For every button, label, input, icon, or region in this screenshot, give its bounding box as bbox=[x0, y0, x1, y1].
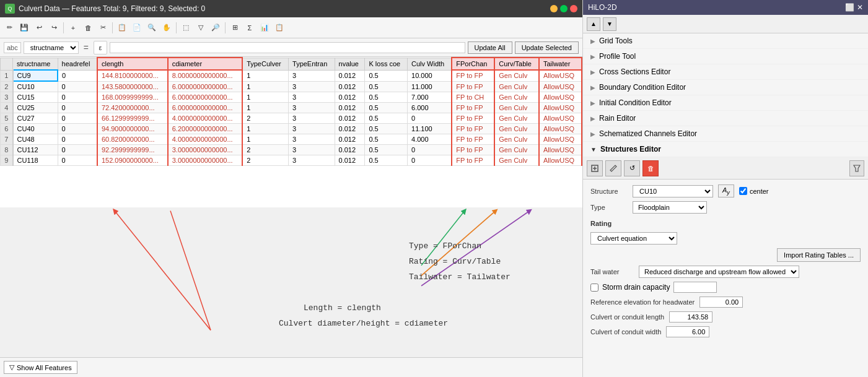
cell-structname[interactable]: CU10 bbox=[13, 81, 58, 92]
columns-icon[interactable]: ⊞ bbox=[228, 21, 242, 35]
cell-kloss[interactable]: 0.5 bbox=[365, 134, 408, 145]
col-header-typeentran[interactable]: TypeEntran bbox=[289, 58, 335, 70]
cell-curvtable[interactable]: Gen Culv bbox=[494, 124, 539, 134]
cell-typeentran[interactable]: 3 bbox=[289, 124, 335, 134]
filter-icon[interactable]: ▽ bbox=[194, 21, 208, 35]
cell-clength[interactable]: 152.0900000000... bbox=[97, 155, 168, 166]
minimize-button[interactable] bbox=[550, 5, 558, 12]
cell-culvwidth[interactable]: 7.000 bbox=[408, 92, 452, 103]
cell-headrefel[interactable]: 0 bbox=[58, 81, 97, 92]
label-style-button[interactable]: Ay bbox=[718, 184, 734, 197]
nav-item-cross-sections[interactable]: ▶ Cross Sections Editor bbox=[583, 64, 868, 80]
ref-elevation-input[interactable] bbox=[699, 297, 743, 308]
cell-culvwidth[interactable]: 0 bbox=[408, 155, 452, 166]
cell-typeentran[interactable]: 3 bbox=[289, 155, 335, 166]
cell-nvalue[interactable]: 0.012 bbox=[335, 113, 365, 124]
cell-kloss[interactable]: 0.5 bbox=[365, 103, 408, 113]
storm-drain-checkbox[interactable] bbox=[590, 284, 598, 292]
cell-nvalue[interactable]: 0.012 bbox=[335, 124, 365, 134]
cell-structname[interactable]: CU15 bbox=[13, 92, 58, 103]
cell-headrefel[interactable]: 0 bbox=[58, 92, 97, 103]
cell-structname[interactable]: CU118 bbox=[13, 155, 58, 166]
col-header-kloss[interactable]: K loss coe bbox=[365, 58, 408, 70]
cell-tailwater[interactable]: AllowUSQ bbox=[539, 92, 582, 103]
cell-headrefel[interactable]: 0 bbox=[58, 145, 97, 155]
col-header-nvalue[interactable]: nvalue bbox=[335, 58, 365, 70]
cell-fpchan[interactable]: FP to FP bbox=[452, 124, 494, 134]
cell-tailwater[interactable]: AllowUSQ bbox=[539, 103, 582, 113]
cell-headrefel[interactable]: 0 bbox=[58, 134, 97, 145]
select-icon[interactable]: ⬚ bbox=[179, 21, 193, 35]
cell-nvalue[interactable]: 0.012 bbox=[335, 145, 365, 155]
col-header-curvtable[interactable]: Curv/Table bbox=[494, 58, 539, 70]
feature-table[interactable]: structname headrefel clength cdiameter T… bbox=[0, 57, 582, 207]
cell-typeculver[interactable]: 1 bbox=[242, 103, 288, 113]
copy-icon[interactable]: 📋 bbox=[115, 21, 129, 35]
cell-clength[interactable]: 92.2999999999... bbox=[97, 145, 168, 155]
cell-nvalue[interactable]: 0.012 bbox=[335, 134, 365, 145]
search-icon[interactable]: 🔎 bbox=[209, 21, 222, 35]
revert-structure-button[interactable]: ↺ bbox=[624, 160, 640, 176]
culvert-length-input[interactable] bbox=[669, 311, 712, 323]
cell-typeculver[interactable]: 2 bbox=[242, 155, 288, 166]
cell-curvtable[interactable]: Gen Culv bbox=[494, 145, 539, 155]
nav-item-profile-tool[interactable]: ▶ Profile Tool bbox=[583, 49, 868, 64]
cell-curvtable[interactable]: Gen Culv bbox=[494, 103, 539, 113]
cell-fpchan[interactable]: FP to FP bbox=[452, 81, 494, 92]
map-select-button[interactable] bbox=[849, 160, 864, 176]
cell-structname[interactable]: CU48 bbox=[13, 134, 58, 145]
cell-curvtable[interactable]: Gen Culv bbox=[494, 134, 539, 145]
cell-kloss[interactable]: 0.5 bbox=[365, 92, 408, 103]
cell-clength[interactable]: 66.1299999999... bbox=[97, 113, 168, 124]
cell-tailwater[interactable]: AllowUSQ bbox=[539, 113, 582, 124]
table-row[interactable]: 1 CU9 0 144.8100000000... 8.000000000000… bbox=[1, 70, 582, 81]
close-button[interactable] bbox=[570, 5, 577, 12]
rating-method-selector[interactable]: Culvert equation bbox=[590, 232, 677, 245]
epsilon-button[interactable]: ε bbox=[94, 41, 107, 54]
cell-typeculver[interactable]: 1 bbox=[242, 81, 288, 92]
col-header-headrefel[interactable]: headrefel bbox=[58, 58, 97, 70]
table-row[interactable]: 9 CU118 0 152.0900000000... 3.0000000000… bbox=[1, 155, 582, 166]
paste-icon[interactable]: 📄 bbox=[130, 21, 144, 35]
form-icon[interactable]: 📋 bbox=[273, 21, 286, 35]
table-row[interactable]: 2 CU10 0 143.5800000000... 6.00000000000… bbox=[1, 81, 582, 92]
cell-headrefel[interactable]: 0 bbox=[58, 113, 97, 124]
redo-icon[interactable]: ↪ bbox=[47, 21, 61, 35]
cell-typeentran[interactable]: 3 bbox=[289, 70, 335, 81]
cell-fpchan[interactable]: FP to FP bbox=[452, 145, 494, 155]
show-all-features-button[interactable]: ▽ Show All Features bbox=[4, 361, 77, 374]
nav-item-schematized-channels[interactable]: ▶ Schematized Channels Editor bbox=[583, 126, 868, 142]
cell-curvtable[interactable]: Gen Culv bbox=[494, 70, 539, 81]
cell-nvalue[interactable]: 0.012 bbox=[335, 81, 365, 92]
delete-icon[interactable]: 🗑 bbox=[81, 21, 95, 35]
nav-item-initial-condition[interactable]: ▶ Initial Condition Editor bbox=[583, 95, 868, 111]
cell-fpchan[interactable]: FP to FP bbox=[452, 103, 494, 113]
delete-structure-button[interactable]: 🗑 bbox=[642, 160, 659, 176]
cell-curvtable[interactable]: Gen Culv bbox=[494, 81, 539, 92]
cell-tailwater[interactable]: AllowUSQ bbox=[539, 145, 582, 155]
cell-structname[interactable]: CU9 bbox=[13, 70, 58, 81]
cell-cdiameter[interactable]: 6.0000000000000... bbox=[168, 92, 242, 103]
import-rating-button[interactable]: Import Rating Tables ... bbox=[777, 248, 861, 262]
cell-nvalue[interactable]: 0.012 bbox=[335, 92, 365, 103]
cell-curvtable[interactable]: Gen Culv bbox=[494, 155, 539, 166]
cell-tailwater[interactable]: AllowUSQ bbox=[539, 70, 582, 81]
cell-typeculver[interactable]: 1 bbox=[242, 92, 288, 103]
tailwater-selector[interactable]: Reduced discharge and upstream flow allo… bbox=[639, 266, 799, 278]
cell-nvalue[interactable]: 0.012 bbox=[335, 103, 365, 113]
cell-typeculver[interactable]: 1 bbox=[242, 124, 288, 134]
maximize-button[interactable] bbox=[560, 5, 568, 12]
cell-fpchan[interactable]: FP to FP bbox=[452, 70, 494, 81]
panel-expand-icon[interactable]: ⬜ bbox=[845, 3, 854, 12]
cell-cdiameter[interactable]: 6.2000000000000... bbox=[168, 124, 242, 134]
table-row[interactable]: 7 CU48 0 60.8200000000... 4.000000000000… bbox=[1, 134, 582, 145]
cell-typeculver[interactable]: 2 bbox=[242, 145, 288, 155]
cell-cdiameter[interactable]: 3.0000000000000... bbox=[168, 145, 242, 155]
cell-kloss[interactable]: 0.5 bbox=[365, 124, 408, 134]
nav-item-grid-tools[interactable]: ▶ Grid Tools bbox=[583, 33, 868, 49]
cell-cdiameter[interactable]: 3.0000000000000... bbox=[168, 155, 242, 166]
save-icon[interactable]: 💾 bbox=[17, 21, 31, 35]
cell-typeculver[interactable]: 2 bbox=[242, 113, 288, 124]
cell-curvtable[interactable]: Gen Culv bbox=[494, 92, 539, 103]
update-selected-button[interactable]: Update Selected bbox=[515, 41, 579, 54]
